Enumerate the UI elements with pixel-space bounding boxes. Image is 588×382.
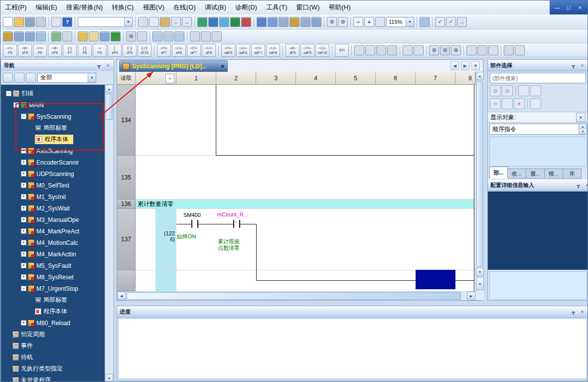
tile-windows-icon[interactable] xyxy=(190,31,200,41)
tree-item-13[interactable]: +M4_MotionCalc xyxy=(1,237,105,248)
spin-down-icon[interactable]: ▼ xyxy=(579,129,587,134)
ladder-grid[interactable]: 累计数量清零 ↑ SM400 mCount_R... 始终ON 累计瑕疵 点数清… xyxy=(117,85,475,291)
dropdown-arrow-icon[interactable]: ▼ xyxy=(576,113,586,122)
open-branch-key[interactable]: ⊣ ⊢F6 xyxy=(33,44,47,57)
monitor-write-mode-icon[interactable] xyxy=(111,31,121,41)
falling-pulse-key[interactable]: ⊣↓⊢sF8 xyxy=(172,44,186,57)
insert-column-icon[interactable] xyxy=(376,45,386,55)
display-target-row[interactable]: 显示对象: ▼ xyxy=(488,112,588,123)
dropdown-arrow-icon[interactable]: ▼ xyxy=(124,17,132,26)
device-batch-monitor-icon[interactable] xyxy=(300,17,310,27)
ladder-edit-mode-icon[interactable] xyxy=(78,31,88,41)
tree-item-9[interactable]: +M1_SysInit xyxy=(1,191,105,202)
tree-expand-toggle[interactable]: + xyxy=(21,194,26,199)
pin-icon[interactable]: ┳ xyxy=(575,183,582,188)
parts-list-area[interactable] xyxy=(489,137,587,167)
zoom-level-combo[interactable]: 115%▼ xyxy=(386,17,414,27)
menu-item-1[interactable]: 编辑(E) xyxy=(31,1,61,13)
tree-item-1[interactable]: −MAIN xyxy=(1,99,105,111)
pulse-close-branch-key[interactable]: ⊣↓⊢saF8 xyxy=(266,44,280,57)
device-write-icon[interactable] xyxy=(197,17,207,27)
print-icon[interactable] xyxy=(36,17,46,27)
pulse-close-key[interactable]: ⊣↓⊢saF6 xyxy=(236,44,250,57)
parts-tab-0[interactable]: 部... xyxy=(489,167,508,179)
find-parts-icon[interactable]: ⊙ xyxy=(490,85,501,96)
maximize-button[interactable]: □ xyxy=(565,4,572,10)
check-parameter-icon[interactable]: ✓ xyxy=(446,17,456,27)
tree-item-21[interactable]: 恒定周期 xyxy=(1,329,105,340)
tree-expand-toggle[interactable]: + xyxy=(21,228,26,234)
tree-expand-toggle[interactable]: + xyxy=(21,171,26,177)
tree-item-24[interactable]: 无执行类型指定 xyxy=(1,363,105,375)
scroll-thumb[interactable] xyxy=(106,94,113,120)
tree-expand-toggle[interactable]: + xyxy=(21,320,26,326)
parts-tab-1[interactable]: 收... xyxy=(508,169,526,179)
tree-item-4[interactable]: 程序本体 xyxy=(1,134,105,145)
menu-item-4[interactable]: 视图(V) xyxy=(138,1,168,13)
tree-expand-toggle[interactable]: + xyxy=(21,160,26,165)
tree-expand-toggle[interactable]: + xyxy=(21,251,26,257)
parts-tab-3[interactable]: 模... xyxy=(545,169,563,179)
new-folder-icon[interactable] xyxy=(502,98,513,109)
convert-run-icon[interactable]: → xyxy=(457,17,467,27)
close-icon[interactable]: × xyxy=(584,183,588,188)
tree-expand-toggle[interactable]: + xyxy=(21,240,26,245)
rising-pulse-branch-key[interactable]: ⊣↑⊢aF7 xyxy=(187,44,201,57)
horizontal-scrollbar[interactable]: ◀ ▶ xyxy=(117,291,475,300)
parts-tab-4[interactable]: 库 xyxy=(563,169,582,179)
device-comment-icon[interactable] xyxy=(51,31,61,41)
tree-item-14[interactable]: +M4_MarkActtin xyxy=(1,248,105,260)
write-to-plc-icon[interactable] xyxy=(257,17,267,27)
sort-order-icon[interactable] xyxy=(14,73,24,83)
falling-pulse-branch-key[interactable]: ⊣↓⊢aF8 xyxy=(202,44,216,57)
sfc-step-key[interactable]: STl xyxy=(335,44,349,57)
tree-expand-toggle[interactable]: + xyxy=(21,183,26,188)
delete-vertical-line-key[interactable]: ┤/├cF10 xyxy=(138,44,151,57)
new-project-icon[interactable] xyxy=(3,17,13,27)
tree-item-15[interactable]: +M5_SysFault xyxy=(1,260,105,271)
pulse-open-key[interactable]: ⊣↑⊢saF5 xyxy=(221,44,235,57)
menu-item-5[interactable]: 在线(O) xyxy=(169,1,200,13)
pin-icon[interactable]: ┳ xyxy=(570,309,577,315)
detail-input-area[interactable] xyxy=(488,191,588,270)
watch-window-icon[interactable] xyxy=(311,17,321,27)
tree-item-23[interactable]: 待机 xyxy=(1,352,105,363)
expand-collapse-tree-icon[interactable] xyxy=(3,73,13,83)
tree-expand-toggle[interactable]: + xyxy=(21,205,26,211)
close-contact-key[interactable]: ⊣/⊢sF5 xyxy=(18,44,32,57)
scroll-up-icon[interactable]: ▲ xyxy=(476,72,484,80)
screen-copy-icon[interactable] xyxy=(51,17,61,27)
pin-icon[interactable]: ┳ xyxy=(570,63,577,68)
statement-line[interactable]: 累计数量清零 xyxy=(136,199,474,209)
simulation-start-icon[interactable] xyxy=(230,17,240,27)
device-comment-edit-icon[interactable] xyxy=(466,45,476,55)
tree-expand-toggle[interactable]: + xyxy=(21,274,26,280)
statement-edit-icon[interactable] xyxy=(477,45,487,55)
coil-key[interactable]: ( )F7 xyxy=(63,44,77,57)
check-program-icon[interactable]: ✓ xyxy=(435,17,445,27)
application-instruction-key[interactable]: [ ]F8 xyxy=(78,44,92,57)
note-edit-icon[interactable] xyxy=(488,45,498,55)
tree-item-10[interactable]: +M2_SysWait xyxy=(1,202,105,214)
delete-part-icon[interactable]: × xyxy=(514,98,525,109)
parts-tab-2[interactable]: 履... xyxy=(526,169,545,179)
monitor-mode-icon[interactable] xyxy=(420,17,430,27)
edit-wire-icon[interactable] xyxy=(403,45,413,55)
close-button[interactable]: × xyxy=(577,4,584,10)
dropdown-arrow-icon[interactable]: ▼ xyxy=(88,73,96,82)
insert-row-icon[interactable] xyxy=(354,45,364,55)
selection-cursor[interactable] xyxy=(416,270,455,289)
close-icon[interactable]: × xyxy=(579,63,586,68)
forced-on-off-icon[interactable] xyxy=(137,31,147,41)
open-project-icon[interactable] xyxy=(14,17,24,27)
scroll-right-icon[interactable]: ▶ xyxy=(467,292,475,300)
scroll-left-icon[interactable]: ◀ xyxy=(117,292,126,300)
menu-item-8[interactable]: 工具(T) xyxy=(262,1,292,13)
instruction-category-spinner[interactable]: 顺序指令 ▲ ▼ xyxy=(489,124,587,135)
tree-item-6[interactable]: +EncoderScannir xyxy=(1,157,105,168)
scroll-thumb[interactable] xyxy=(476,81,483,267)
menu-item-3[interactable]: 转换(C) xyxy=(107,1,138,13)
device-read-icon[interactable] xyxy=(208,17,218,27)
parameter-icon[interactable] xyxy=(25,31,35,41)
find-contact-coil-icon[interactable]: ⊙ xyxy=(451,45,461,55)
